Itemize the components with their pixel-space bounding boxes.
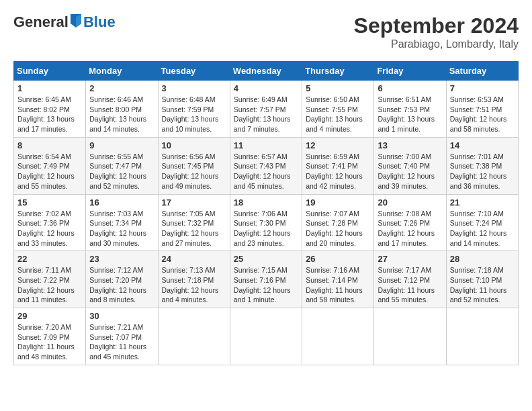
day-info: Sunrise: 7:20 AM Sunset: 7:09 PM Dayligh…: [17, 322, 82, 362]
day-number: 5: [306, 83, 370, 93]
calendar-cell: 10 Sunrise: 6:56 AM Sunset: 7:45 PM Dayl…: [158, 137, 230, 194]
calendar-cell: [374, 308, 446, 365]
col-friday: Friday: [374, 62, 446, 81]
calendar-cell: [302, 308, 374, 365]
logo-flag-icon: [69, 14, 83, 30]
day-number: 16: [89, 197, 154, 208]
day-number: 6: [378, 83, 442, 93]
col-monday: Monday: [86, 62, 158, 81]
day-info: Sunrise: 7:21 AM Sunset: 7:07 PM Dayligh…: [89, 322, 154, 362]
title-block: September 2024 Parabiago, Lombardy, Ital…: [354, 13, 519, 50]
calendar-cell: 4 Sunrise: 6:49 AM Sunset: 7:57 PM Dayli…: [230, 81, 302, 138]
calendar-cell: [230, 308, 302, 365]
day-number: 29: [17, 311, 82, 321]
calendar-cell: 23 Sunrise: 7:12 AM Sunset: 7:20 PM Dayl…: [86, 251, 158, 308]
day-info: Sunrise: 6:51 AM Sunset: 7:53 PM Dayligh…: [378, 95, 442, 134]
day-number: 13: [378, 140, 442, 150]
day-number: 30: [89, 311, 154, 321]
day-info: Sunrise: 6:48 AM Sunset: 7:59 PM Dayligh…: [162, 95, 226, 134]
day-info: Sunrise: 6:50 AM Sunset: 7:55 PM Dayligh…: [306, 95, 370, 134]
calendar-cell: 18 Sunrise: 7:06 AM Sunset: 7:30 PM Dayl…: [230, 194, 302, 251]
calendar-week-row: 8 Sunrise: 6:54 AM Sunset: 7:49 PM Dayli…: [14, 137, 519, 194]
calendar-table: Sunday Monday Tuesday Wednesday Thursday…: [13, 61, 519, 365]
calendar-cell: 13 Sunrise: 7:00 AM Sunset: 7:40 PM Dayl…: [374, 137, 446, 194]
col-wednesday: Wednesday: [230, 62, 302, 81]
day-number: 20: [378, 197, 442, 208]
calendar-cell: 17 Sunrise: 7:05 AM Sunset: 7:32 PM Dayl…: [158, 194, 230, 251]
day-number: 7: [450, 83, 515, 93]
day-info: Sunrise: 7:10 AM Sunset: 7:24 PM Dayligh…: [450, 209, 515, 248]
calendar-cell: 24 Sunrise: 7:13 AM Sunset: 7:18 PM Dayl…: [158, 251, 230, 308]
calendar-cell: [446, 308, 518, 365]
day-info: Sunrise: 7:08 AM Sunset: 7:26 PM Dayligh…: [378, 209, 442, 248]
logo-blue: Blue: [83, 13, 116, 31]
day-info: Sunrise: 7:01 AM Sunset: 7:38 PM Dayligh…: [450, 152, 515, 191]
calendar-cell: 11 Sunrise: 6:57 AM Sunset: 7:43 PM Dayl…: [230, 137, 302, 194]
day-info: Sunrise: 7:12 AM Sunset: 7:20 PM Dayligh…: [89, 265, 154, 305]
day-info: Sunrise: 6:46 AM Sunset: 8:00 PM Dayligh…: [89, 95, 154, 134]
day-number: 22: [17, 254, 82, 264]
calendar-week-row: 15 Sunrise: 7:02 AM Sunset: 7:36 PM Dayl…: [14, 194, 519, 251]
day-number: 10: [162, 140, 226, 150]
day-info: Sunrise: 7:11 AM Sunset: 7:22 PM Dayligh…: [17, 265, 82, 305]
day-info: Sunrise: 6:57 AM Sunset: 7:43 PM Dayligh…: [234, 152, 298, 191]
day-info: Sunrise: 6:56 AM Sunset: 7:45 PM Dayligh…: [162, 152, 226, 191]
day-info: Sunrise: 7:00 AM Sunset: 7:40 PM Dayligh…: [378, 152, 442, 191]
day-number: 11: [234, 140, 298, 150]
day-number: 24: [162, 254, 226, 264]
day-info: Sunrise: 7:16 AM Sunset: 7:14 PM Dayligh…: [306, 265, 370, 305]
day-info: Sunrise: 6:54 AM Sunset: 7:49 PM Dayligh…: [17, 152, 82, 191]
day-info: Sunrise: 7:17 AM Sunset: 7:12 PM Dayligh…: [378, 265, 442, 305]
day-number: 17: [162, 197, 226, 208]
calendar-cell: 15 Sunrise: 7:02 AM Sunset: 7:36 PM Dayl…: [14, 194, 86, 251]
day-info: Sunrise: 6:55 AM Sunset: 7:47 PM Dayligh…: [89, 152, 154, 191]
calendar-cell: 2 Sunrise: 6:46 AM Sunset: 8:00 PM Dayli…: [86, 81, 158, 138]
col-sunday: Sunday: [14, 62, 86, 81]
logo: General Blue: [13, 13, 116, 31]
day-number: 19: [306, 197, 370, 208]
day-info: Sunrise: 7:05 AM Sunset: 7:32 PM Dayligh…: [162, 209, 226, 248]
calendar-cell: 5 Sunrise: 6:50 AM Sunset: 7:55 PM Dayli…: [302, 81, 374, 138]
day-number: 9: [89, 140, 154, 150]
day-number: 14: [450, 140, 515, 150]
header: General Blue September 2024 Parabiago, L…: [13, 13, 519, 50]
col-thursday: Thursday: [302, 62, 374, 81]
month-title: September 2024: [354, 13, 519, 38]
col-saturday: Saturday: [446, 62, 518, 81]
calendar-cell: 16 Sunrise: 7:03 AM Sunset: 7:34 PM Dayl…: [86, 194, 158, 251]
day-info: Sunrise: 7:13 AM Sunset: 7:18 PM Dayligh…: [162, 265, 226, 305]
calendar-cell: 29 Sunrise: 7:20 AM Sunset: 7:09 PM Dayl…: [14, 308, 86, 365]
location: Parabiago, Lombardy, Italy: [354, 38, 519, 50]
calendar-week-row: 22 Sunrise: 7:11 AM Sunset: 7:22 PM Dayl…: [14, 251, 519, 308]
day-info: Sunrise: 7:18 AM Sunset: 7:10 PM Dayligh…: [450, 265, 515, 305]
calendar-cell: 1 Sunrise: 6:45 AM Sunset: 8:02 PM Dayli…: [14, 81, 86, 138]
day-number: 27: [378, 254, 442, 264]
day-number: 21: [450, 197, 515, 208]
calendar-cell: 26 Sunrise: 7:16 AM Sunset: 7:14 PM Dayl…: [302, 251, 374, 308]
calendar-week-row: 29 Sunrise: 7:20 AM Sunset: 7:09 PM Dayl…: [14, 308, 519, 365]
logo-general: General: [13, 13, 69, 31]
page-container: General Blue September 2024 Parabiago, L…: [13, 13, 519, 365]
calendar-cell: 22 Sunrise: 7:11 AM Sunset: 7:22 PM Dayl…: [14, 251, 86, 308]
calendar-cell: [158, 308, 230, 365]
day-number: 12: [306, 140, 370, 150]
day-info: Sunrise: 7:06 AM Sunset: 7:30 PM Dayligh…: [234, 209, 298, 248]
day-info: Sunrise: 7:03 AM Sunset: 7:34 PM Dayligh…: [89, 209, 154, 248]
calendar-cell: 6 Sunrise: 6:51 AM Sunset: 7:53 PM Dayli…: [374, 81, 446, 138]
day-number: 1: [17, 83, 82, 93]
day-number: 2: [89, 83, 154, 93]
calendar-cell: 27 Sunrise: 7:17 AM Sunset: 7:12 PM Dayl…: [374, 251, 446, 308]
col-tuesday: Tuesday: [158, 62, 230, 81]
day-number: 8: [17, 140, 82, 150]
day-number: 25: [234, 254, 298, 264]
calendar-cell: 8 Sunrise: 6:54 AM Sunset: 7:49 PM Dayli…: [14, 137, 86, 194]
day-info: Sunrise: 7:07 AM Sunset: 7:28 PM Dayligh…: [306, 209, 370, 248]
day-number: 4: [234, 83, 298, 93]
day-number: 28: [450, 254, 515, 264]
calendar-cell: 25 Sunrise: 7:15 AM Sunset: 7:16 PM Dayl…: [230, 251, 302, 308]
calendar-cell: 20 Sunrise: 7:08 AM Sunset: 7:26 PM Dayl…: [374, 194, 446, 251]
calendar-cell: 9 Sunrise: 6:55 AM Sunset: 7:47 PM Dayli…: [86, 137, 158, 194]
calendar-cell: 21 Sunrise: 7:10 AM Sunset: 7:24 PM Dayl…: [446, 194, 518, 251]
day-info: Sunrise: 6:53 AM Sunset: 7:51 PM Dayligh…: [450, 95, 515, 134]
calendar-cell: 28 Sunrise: 7:18 AM Sunset: 7:10 PM Dayl…: [446, 251, 518, 308]
